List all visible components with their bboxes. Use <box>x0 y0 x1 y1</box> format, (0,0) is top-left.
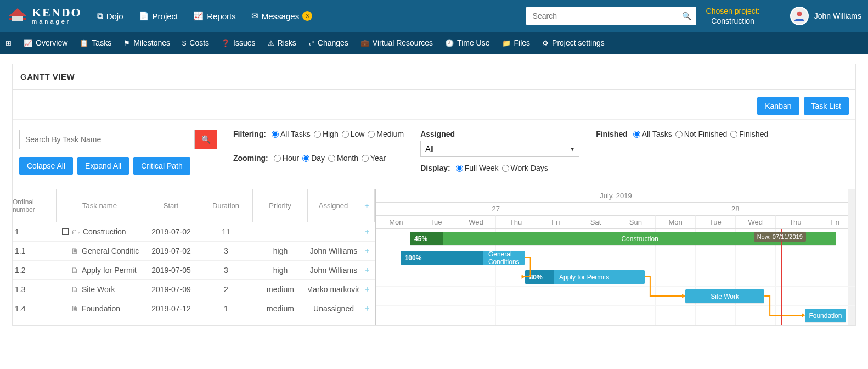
kanban-button[interactable]: Kanban <box>757 97 799 115</box>
timeline-month: July, 2019 <box>376 189 855 203</box>
zoom-day[interactable]: Day <box>302 154 325 163</box>
briefcase-icon: 💼 <box>360 39 369 47</box>
nav-project[interactable]: 📄 Project <box>139 11 178 21</box>
gantt-task-bar[interactable]: 80%Apply for Permits <box>525 270 645 284</box>
assigned-cell: John Williams <box>308 247 359 255</box>
zooming-group: Zooming: Hour Day Month Year <box>233 154 404 163</box>
logo[interactable]: KENDO manager <box>7 5 82 27</box>
collapse-icon[interactable]: − <box>62 228 69 235</box>
assigned-select[interactable]: All <box>420 141 579 157</box>
subnav-overview[interactable]: 📈Overview <box>24 38 67 47</box>
critical-path-button[interactable]: Critical Path <box>133 157 190 175</box>
priority-cell: high <box>253 266 308 275</box>
finished-all[interactable]: All Tasks <box>633 130 672 138</box>
filter-low[interactable]: Low <box>342 130 365 138</box>
task-name-cell: Apply for Permit <box>82 266 137 275</box>
display-full-week[interactable]: Full Week <box>456 164 499 172</box>
document-icon: 🗎 <box>71 285 78 294</box>
gantt-table: Ordinal number Task name Start Duration … <box>13 189 376 325</box>
timeline-day: Tue <box>696 215 736 228</box>
task-list-button[interactable]: Task List <box>804 97 849 115</box>
task-search-input[interactable] <box>19 130 195 149</box>
timeline-row <box>376 306 855 325</box>
add-subtask-button[interactable]: ＋ <box>359 304 375 314</box>
question-circle-icon: ❓ <box>221 39 230 47</box>
nav-reports[interactable]: 📈 Reports <box>193 11 236 21</box>
now-marker: Now: 07/11/2019 <box>781 229 782 325</box>
assigned-cell: John Williams <box>308 266 359 275</box>
subnav-risks[interactable]: ⚠Risks <box>268 38 296 47</box>
subnav-time-use[interactable]: 🕗Time Use <box>445 38 489 47</box>
card-header: GANTT VIEW <box>13 64 855 90</box>
finished-yes[interactable]: Finished <box>730 130 768 138</box>
duration-cell: 2 <box>199 285 253 294</box>
table-row[interactable]: 1.1🗎 General Conditic2019-07-023highJohn… <box>13 242 375 261</box>
avatar <box>790 7 809 25</box>
user-menu[interactable]: John Williams <box>790 7 861 25</box>
finished-not[interactable]: Not Finished <box>675 130 728 138</box>
zoom-year[interactable]: Year <box>362 154 386 163</box>
table-row[interactable]: 1.2🗎 Apply for Permit2019-07-053highJohn… <box>13 261 375 280</box>
messages-badge: 3 <box>302 11 312 21</box>
zoom-month[interactable]: Month <box>328 154 358 163</box>
ordinal-cell: 1.4 <box>13 304 57 313</box>
zoom-hour[interactable]: Hour <box>274 154 299 163</box>
gantt-card: GANTT VIEW Kanban Task List 🔍 Colapse Al… <box>12 64 856 326</box>
gantt-task-bar[interactable]: Foundation <box>805 309 846 322</box>
add-subtask-button[interactable]: ＋ <box>359 265 375 275</box>
global-search[interactable]: 🔍 <box>526 7 696 25</box>
global-search-input[interactable] <box>526 12 678 20</box>
table-row[interactable]: 1− 🗁 Construction2019-07-0211＋ <box>13 222 375 242</box>
table-row[interactable]: 1.3🗎 Site Work2019-07-092mediumMarko mar… <box>13 280 375 299</box>
table-row[interactable]: 1.4🗎 Foundation2019-07-121mediumUnassign… <box>13 299 375 318</box>
timeline-day: Thu <box>496 215 536 228</box>
subnav-files[interactable]: 📁Files <box>502 38 531 47</box>
col-task-name: Task name <box>57 189 143 222</box>
collapse-all-button[interactable]: Colapse All <box>19 157 73 175</box>
subnav-issues[interactable]: ❓Issues <box>221 38 255 47</box>
display-work-days[interactable]: Work Days <box>502 164 548 172</box>
progress-fill: 100% <box>401 251 483 265</box>
now-marker-label: Now: 07/11/2019 <box>754 232 806 242</box>
line-chart-icon: 📈 <box>24 39 32 47</box>
gantt-timeline[interactable]: July, 2019 2728 MonTueWedThuFriSatSunMon… <box>376 189 855 325</box>
finished-group: Finished All Tasks Not Finished Finished <box>596 130 768 138</box>
task-search-button[interactable]: 🔍 <box>195 130 217 149</box>
subnav-add[interactable]: ⊞ <box>5 39 12 47</box>
expand-all-button[interactable]: Expand All <box>77 157 129 175</box>
gantt-task-bar[interactable]: 100%General Conditions <box>401 251 525 265</box>
add-subtask-button[interactable]: ＋ <box>359 227 375 237</box>
subnav-project-settings[interactable]: ⚙Project settings <box>542 38 605 47</box>
subnav-costs[interactable]: $Costs <box>182 38 209 47</box>
filter-high[interactable]: High <box>314 130 339 138</box>
timeline-day: Thu <box>776 215 816 228</box>
timeline-body[interactable]: Now: 07/11/2019 45%Construction100%Gener… <box>376 229 855 325</box>
bar-label: Foundation <box>805 312 846 320</box>
gantt-task-bar[interactable]: Site Work <box>685 289 764 303</box>
warning-icon: ⚠ <box>268 39 274 47</box>
divider <box>780 5 780 27</box>
subnav-milestones[interactable]: ⚑Milestones <box>123 38 170 47</box>
add-subtask-button[interactable]: ＋ <box>359 284 375 294</box>
col-duration: Duration <box>199 189 253 222</box>
assigned-cell: Marko marković <box>308 285 359 294</box>
chosen-project[interactable]: Chosen project: Construction <box>706 6 760 26</box>
global-search-button[interactable]: 🔍 <box>678 12 696 20</box>
subnav-changes[interactable]: ⇄Changes <box>308 38 348 47</box>
chart-icon: 📈 <box>193 11 204 21</box>
gear-icon: ⚙ <box>542 39 549 47</box>
zooming-label: Zooming: <box>233 154 268 163</box>
subnav-virtual-resources[interactable]: 💼Virtual Resources <box>360 38 433 47</box>
col-priority: Priority <box>253 189 308 222</box>
nav-dojo[interactable]: ⧉ Dojo <box>97 11 123 21</box>
bar-label: General Conditions <box>483 251 525 265</box>
add-subtask-button[interactable]: ＋ <box>359 246 375 256</box>
task-name-cell: Site Work <box>82 285 115 294</box>
nav-messages[interactable]: ✉ Messages 3 <box>251 11 312 21</box>
subnav-tasks[interactable]: 📋Tasks <box>80 38 111 47</box>
col-add-header[interactable]: ＋ <box>359 189 375 222</box>
filter-medium[interactable]: Medium <box>368 130 404 138</box>
timeline-day: Sun <box>616 215 656 228</box>
filter-all-tasks[interactable]: All Tasks <box>272 130 311 138</box>
timeline-day: Tue <box>416 215 456 228</box>
